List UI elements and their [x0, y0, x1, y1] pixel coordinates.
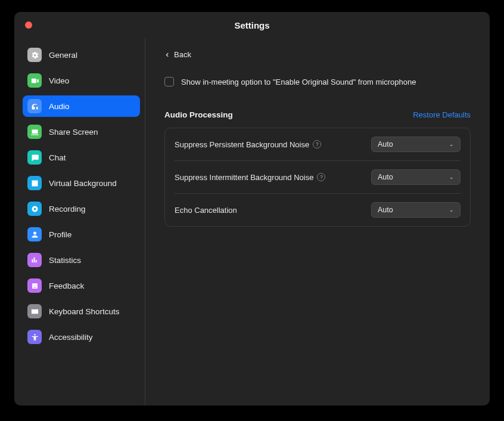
sidebar-item-label: Virtual Background	[49, 179, 117, 188]
sidebar-item-label: Feedback	[49, 281, 84, 290]
sidebar-item-label: Accessibility	[49, 333, 93, 342]
audio-processing-row: Suppress Persistent Background Noise?Aut…	[175, 128, 461, 160]
sidebar-item-chat[interactable]: Chat	[23, 147, 140, 168]
dropdown-value: Auto	[378, 206, 393, 214]
body: GeneralVideoAudioShare ScreenChatVirtual…	[14, 38, 490, 405]
window-title: Settings	[234, 20, 269, 30]
window-controls	[25, 21, 32, 29]
row-label-text: Echo Cancellation	[175, 206, 237, 215]
sidebar-item-label: Chat	[49, 153, 66, 162]
sidebar-item-label: Statistics	[49, 256, 81, 265]
stats-icon	[27, 253, 42, 267]
dropdown[interactable]: Auto⌄	[371, 202, 461, 218]
original-sound-row: Show in-meeting option to "Enable Origin…	[164, 77, 471, 86]
row-label: Suppress Persistent Background Noise?	[175, 140, 321, 149]
sidebar-item-statistics[interactable]: Statistics	[23, 249, 140, 271]
section-header: Audio Processing Restore Defaults	[164, 110, 471, 119]
back-button[interactable]: Back	[164, 49, 191, 60]
keyboard-icon	[27, 304, 42, 318]
sidebar-item-virtual-background[interactable]: Virtual Background	[23, 172, 140, 194]
sidebar-item-feedback[interactable]: Feedback	[23, 275, 140, 296]
sidebar-item-keyboard-shortcuts[interactable]: Keyboard Shortcuts	[23, 301, 140, 322]
accessibility-icon	[27, 330, 42, 344]
dropdown[interactable]: Auto⌄	[371, 137, 461, 152]
share-icon	[27, 125, 42, 139]
sidebar-item-label: Keyboard Shortcuts	[49, 307, 120, 316]
sidebar-item-share-screen[interactable]: Share Screen	[23, 121, 140, 143]
content-pane: Back Show in-meeting option to "Enable O…	[145, 38, 490, 405]
sidebar-item-label: Audio	[49, 102, 70, 111]
original-sound-checkbox[interactable]	[164, 77, 174, 86]
dropdown[interactable]: Auto⌄	[371, 169, 461, 185]
audio-processing-panel: Suppress Persistent Background Noise?Aut…	[164, 128, 471, 227]
dropdown-value: Auto	[378, 140, 393, 148]
person-icon	[27, 176, 42, 190]
sidebar-item-video[interactable]: Video	[23, 70, 140, 91]
audio-processing-row: Echo CancellationAuto⌄	[175, 193, 461, 226]
sidebar-item-general[interactable]: General	[23, 44, 140, 66]
sidebar-item-accessibility[interactable]: Accessibility	[23, 326, 140, 348]
sidebar-item-label: Recording	[49, 205, 86, 213]
section-title: Audio Processing	[164, 110, 233, 119]
sidebar-item-label: Share Screen	[49, 128, 98, 137]
row-label-text: Suppress Persistent Background Noise	[175, 140, 309, 149]
sidebar-item-label: Video	[49, 76, 69, 85]
sidebar: GeneralVideoAudioShare ScreenChatVirtual…	[14, 38, 145, 405]
chevron-down-icon: ⌄	[449, 174, 454, 180]
chevron-left-icon	[164, 52, 170, 58]
row-label: Suppress Intermittent Background Noise?	[175, 173, 325, 182]
help-icon[interactable]: ?	[317, 173, 325, 181]
chevron-down-icon: ⌄	[449, 207, 454, 213]
audio-processing-row: Suppress Intermittent Background Noise?A…	[175, 160, 461, 193]
video-icon	[27, 73, 42, 88]
record-icon	[27, 202, 42, 216]
headphones-icon	[27, 99, 42, 113]
restore-defaults-link[interactable]: Restore Defaults	[413, 110, 471, 119]
sidebar-item-recording[interactable]: Recording	[23, 198, 140, 219]
close-window-button[interactable]	[25, 21, 32, 29]
sidebar-item-label: General	[49, 51, 77, 60]
sidebar-item-profile[interactable]: Profile	[23, 224, 140, 245]
row-label: Echo Cancellation	[175, 206, 237, 215]
gear-icon	[27, 48, 42, 62]
titlebar: Settings	[14, 12, 490, 38]
sidebar-item-audio[interactable]: Audio	[23, 95, 140, 117]
face-icon	[27, 278, 42, 293]
sidebar-item-label: Profile	[49, 230, 71, 239]
chat-icon	[27, 150, 42, 165]
settings-window: Settings GeneralVideoAudioShare ScreenCh…	[14, 12, 490, 405]
back-label: Back	[174, 50, 191, 59]
dropdown-value: Auto	[378, 173, 393, 181]
original-sound-label: Show in-meeting option to "Enable Origin…	[181, 78, 416, 86]
row-label-text: Suppress Intermittent Background Noise	[175, 173, 313, 182]
help-icon[interactable]: ?	[313, 140, 321, 148]
chevron-down-icon: ⌄	[449, 141, 454, 147]
profile-icon	[27, 227, 42, 242]
